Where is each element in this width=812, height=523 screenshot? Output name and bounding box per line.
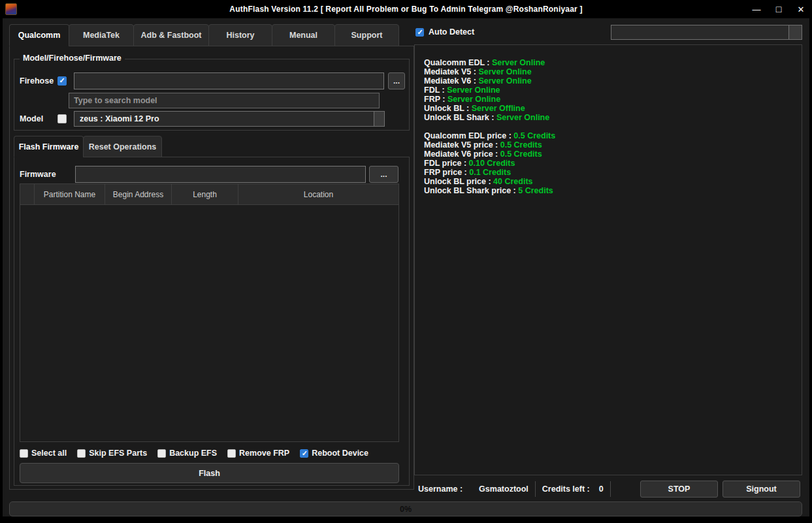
flash-firmware-panel: Firmware ... Partition Name Begin Addres… [14, 157, 410, 486]
credits-label: Credits left : [542, 484, 590, 494]
option-select-all[interactable]: Select all [20, 449, 67, 458]
device-combobox-value [611, 25, 788, 39]
firmware-browse-button[interactable]: ... [369, 166, 398, 183]
device-combobox[interactable] [611, 25, 802, 40]
device-combobox-dropdown[interactable] [788, 25, 802, 39]
remove-frp-checkbox[interactable] [227, 449, 236, 458]
minimize-icon[interactable]: — [745, 0, 768, 18]
col-select [20, 184, 35, 205]
auto-detect-checkbox[interactable] [415, 28, 424, 37]
operation-tab-bar: Flash Firmware Reset Operations [14, 136, 161, 157]
price-value: 40 Credits [493, 177, 532, 186]
price-value: 0.5 Credits [500, 150, 542, 159]
server-label: Unlock BL Shark : [424, 113, 496, 122]
tab-menual[interactable]: Menual [272, 24, 335, 46]
price-label: Unlock BL Shark price : [424, 186, 518, 195]
footer-divider [610, 481, 611, 497]
auto-detect-option[interactable]: Auto Detect [415, 27, 474, 37]
model-combobox-dropdown[interactable] [374, 112, 384, 126]
main-area: Qualcomm MediaTek Adb & Fastboot History… [3, 18, 809, 516]
server-status: Server Online [478, 76, 531, 86]
tab-support[interactable]: Support [334, 24, 399, 46]
server-label: FDL : [424, 86, 447, 95]
server-status-panel: Qualcomm EDL : Server Online Mediatek V5… [414, 44, 802, 475]
firehose-input[interactable] [74, 72, 384, 89]
partition-table-header: Partition Name Begin Address Length Loca… [20, 184, 398, 205]
select-all-checkbox[interactable] [20, 449, 28, 458]
server-status: Server Online [478, 67, 531, 76]
close-icon[interactable]: ✕ [790, 0, 812, 18]
progress-bar: 0% [9, 501, 802, 516]
reboot-device-checkbox[interactable] [300, 449, 308, 458]
tab-adb-fastboot[interactable]: Adb & Fastboot [133, 24, 209, 46]
col-length: Length [172, 184, 238, 205]
backup-efs-checkbox[interactable] [157, 449, 166, 458]
server-status: Server Offline [472, 104, 525, 113]
group-title: Model/Firehose/Firmware [20, 54, 125, 63]
server-status: Server Online [492, 58, 545, 67]
price-label: FDL price : [424, 159, 469, 168]
model-checkbox[interactable] [57, 114, 67, 123]
skip-efs-checkbox[interactable] [77, 449, 86, 458]
model-search-input[interactable] [69, 93, 380, 108]
server-label: Qualcomm EDL : [424, 58, 492, 67]
col-partition-name: Partition Name [35, 184, 105, 205]
price-value: 5 Credits [518, 186, 553, 195]
footer-bar: Username : Gsmatoztool Credits left : 0 … [414, 480, 800, 498]
option-skip-efs[interactable]: Skip EFS Parts [77, 449, 147, 458]
app-window: AuthFlash Version 11.2 [ Report All Prob… [0, 0, 812, 523]
col-location: Location [238, 184, 398, 205]
username-label: Username : [418, 484, 463, 494]
price-value: 0.10 Credits [469, 159, 515, 168]
firehose-browse-button[interactable]: ... [388, 72, 405, 89]
credits-value: 0 [599, 484, 604, 494]
firmware-label: Firmware [20, 170, 75, 179]
firehose-label: Firehose [20, 76, 57, 86]
price-value: 0.5 Credits [500, 140, 542, 150]
price-value: 0.5 Credits [513, 131, 555, 140]
server-label: Unlock BL : [424, 104, 472, 113]
maximize-icon[interactable]: □ [768, 0, 790, 18]
footer-divider [535, 481, 536, 497]
remove-frp-label: Remove FRP [239, 449, 289, 458]
server-label: Mediatek V6 : [424, 76, 478, 86]
partition-table[interactable]: Partition Name Begin Address Length Loca… [20, 183, 399, 442]
progress-percent: 0% [400, 505, 412, 514]
model-firehose-firmware-group: Model/Firehose/Firmware Firehose ... Mod… [14, 59, 410, 131]
auto-detect-label: Auto Detect [429, 27, 474, 37]
option-backup-efs[interactable]: Backup EFS [157, 449, 217, 458]
price-label: Mediatek V5 price : [424, 140, 500, 150]
model-combobox[interactable]: zeus : Xiaomi 12 Pro [74, 111, 385, 127]
price-label: Qualcomm EDL price : [424, 131, 513, 140]
tab-flash-firmware[interactable]: Flash Firmware [14, 136, 84, 157]
window-title: AuthFlash Version 11.2 [ Report All Prob… [0, 5, 812, 14]
title-bar: AuthFlash Version 11.2 [ Report All Prob… [0, 0, 812, 18]
flash-button[interactable]: Flash [20, 463, 399, 483]
window-controls: — □ ✕ [745, 0, 812, 18]
col-begin-address: Begin Address [105, 184, 172, 205]
tab-mediatek[interactable]: MediaTek [69, 24, 134, 46]
server-status: Server Online [496, 113, 549, 122]
option-reboot-device[interactable]: Reboot Device [300, 449, 368, 458]
tab-history[interactable]: History [208, 24, 272, 46]
price-value: 0.1 Credits [469, 168, 511, 177]
server-status: Server Online [447, 86, 500, 95]
select-all-label: Select all [31, 449, 67, 458]
price-label: FRP price : [424, 168, 469, 177]
firmware-input[interactable] [75, 166, 366, 183]
model-label: Model [20, 114, 57, 123]
price-label: Unlock BL price : [424, 177, 493, 186]
username-value: Gsmatoztool [479, 484, 528, 494]
main-tab-bar: Qualcomm MediaTek Adb & Fastboot History… [9, 24, 398, 46]
signout-button[interactable]: Signout [723, 481, 800, 498]
server-status: Server Online [447, 95, 500, 104]
app-logo-icon [5, 3, 17, 15]
model-combobox-value: zeus : Xiaomi 12 Pro [74, 112, 374, 126]
tab-reset-operations[interactable]: Reset Operations [83, 136, 162, 157]
server-label: FRP : [424, 95, 447, 104]
server-label: Mediatek V5 : [424, 67, 478, 76]
stop-button[interactable]: STOP [640, 481, 718, 498]
option-remove-frp[interactable]: Remove FRP [227, 449, 289, 458]
firehose-checkbox[interactable] [57, 76, 67, 86]
tab-qualcomm[interactable]: Qualcomm [9, 24, 69, 46]
